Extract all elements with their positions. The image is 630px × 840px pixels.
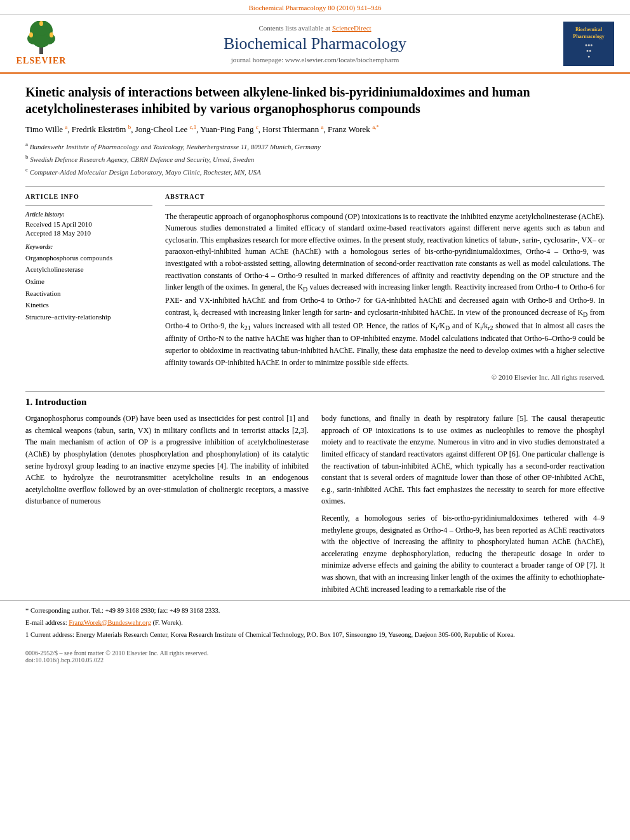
affiliations: a Bundeswehr Institute of Pharmacology a… [25,140,605,178]
sciencedirect-line: Contents lists available at ScienceDirec… [258,24,371,32]
svg-point-7 [39,21,43,26]
intro-right-para-2: Recently, a homologous series of bis-ort… [321,512,605,595]
affiliation-b: b Swedish Defence Research Agency, CBRN … [25,152,605,165]
journal-logo-box: Biochemical Pharmacology ●●●●●● [560,21,617,66]
footnote-1: 1 Current address: Energy Materials Rese… [25,630,605,640]
svg-point-5 [29,32,33,37]
footnote-email: E-mail address: FranzWorek@Bundeswehr.or… [25,618,605,628]
received-date: Received 15 April 2010 [25,220,152,228]
email-link[interactable]: FranzWorek@Bundeswehr.org [69,619,151,626]
journal-title: Biochemical Pharmacology [224,34,406,53]
introduction-section: 1. Introduction Organophosphorus compoun… [0,391,630,600]
main-content: Kinetic analysis of interactions between… [0,74,630,381]
intro-right-para-1: body functions, and finally in death by … [321,413,605,507]
intro-left-col: Organophosphorus compounds (OP) have bee… [25,413,309,600]
doi-line: doi:10.1016/j.bcp.2010.05.022 [25,657,605,663]
elsevier-wordmark: ELSEVIER [17,56,67,66]
journal-logo: Biochemical Pharmacology ●●●●●● [563,22,614,66]
journal-citation: Biochemical Pharmacology 80 (2010) 941–9… [249,4,382,11]
elsevier-logo: ELSEVIER [13,21,70,66]
abstract-text: The therapeutic approach of organophosph… [165,211,605,369]
affiliation-a: a Bundeswehr Institute of Pharmacology a… [25,140,605,152]
accepted-date: Accepted 18 May 2010 [25,229,152,237]
keywords-label: Keywords: [25,243,152,250]
copyright-notice: © 2010 Elsevier Inc. All rights reserved… [165,373,605,381]
header: ELSEVIER Contents lists available at Sci… [0,15,630,74]
svg-point-4 [33,35,50,48]
keyword-3: Oxime [25,276,152,288]
footnote-star: * Corresponding author. Tel.: +49 89 316… [25,606,605,616]
abstract-section-label: ABSTRACT [165,193,605,200]
keywords-list: Organophosphorus compounds Acetylcholine… [25,252,152,323]
left-column: ARTICLE INFO Article history: Received 1… [25,193,152,382]
intro-left-para: Organophosphorus compounds (OP) have bee… [25,413,309,507]
keyword-1: Organophosphorus compounds [25,252,152,264]
top-bar: Biochemical Pharmacology 80 (2010) 941–9… [0,0,630,15]
article-title: Kinetic analysis of interactions between… [25,84,605,117]
svg-point-6 [50,32,53,37]
affiliation-c: c Computer-Aided Molecular Design Labora… [25,165,605,178]
intro-top-divider [25,391,605,392]
footnotes-area: * Corresponding author. Tel.: +49 89 316… [0,600,630,639]
article-info-divider [25,205,152,206]
article-history-label: Article history: [25,211,152,218]
header-center: Contents lists available at ScienceDirec… [76,21,554,66]
issn-line: 0006-2952/$ – see front matter © 2010 El… [25,650,605,657]
bottom-bar: 0006-2952/$ – see front matter © 2010 El… [0,646,630,667]
authors-line: Timo Wille a, Fredrik Ekström b, Jong-Ch… [25,123,605,136]
article-info-abstract: ARTICLE INFO Article history: Received 1… [25,193,605,382]
intro-section-title: 1. Introduction [25,397,605,408]
journal-homepage: journal homepage: www.elsevier.com/locat… [231,56,399,63]
keyword-5: Kinetics [25,299,152,311]
intro-right-col: body functions, and finally in death by … [321,413,605,600]
article-info-section-label: ARTICLE INFO [25,193,152,200]
sciencedirect-link[interactable]: ScienceDirect [332,24,372,32]
abstract-divider [165,205,605,206]
right-column: ABSTRACT The therapeutic approach of org… [165,193,605,382]
elsevier-tree-icon [22,21,60,56]
keyword-4: Reactivation [25,288,152,300]
keyword-6: Structure–activity-relationship [25,311,152,323]
header-divider [25,186,605,187]
keyword-2: Acetylcholinesterase [25,263,152,276]
intro-columns: Organophosphorus compounds (OP) have bee… [25,413,605,600]
